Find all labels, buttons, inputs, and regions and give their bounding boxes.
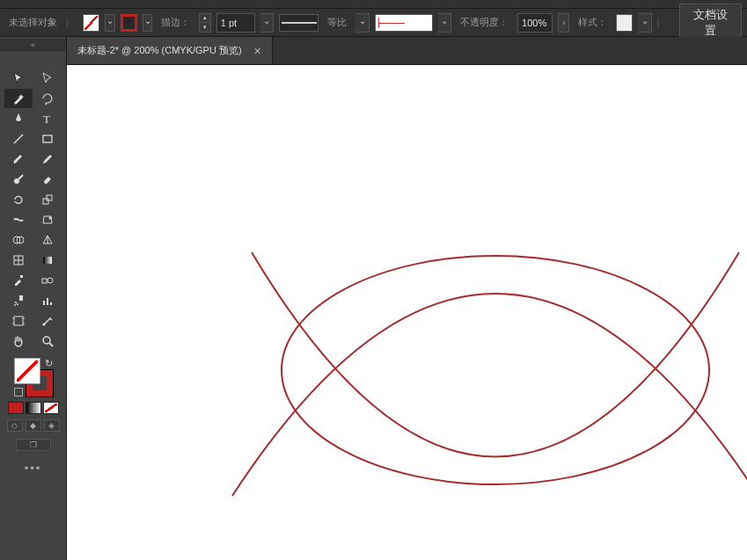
menu-bar (0, 0, 747, 9)
mesh-tool[interactable] (4, 251, 33, 270)
width-tool[interactable] (4, 210, 33, 229)
screen-mode-row: ❐ (16, 439, 51, 451)
color-mode-row (8, 402, 59, 414)
column-graph-tool[interactable] (33, 291, 62, 310)
fill-indicator[interactable] (14, 358, 40, 384)
svg-rect-6 (47, 195, 52, 200)
svg-rect-25 (14, 316, 23, 325)
draw-mode-row: ◇ ◆ ◈ (7, 419, 60, 432)
brush-dropdown[interactable] (438, 13, 451, 33)
scale-tool[interactable] (33, 190, 62, 209)
tools-panel: « T (0, 37, 67, 560)
eraser-tool[interactable] (33, 170, 62, 189)
style-label: 样式： (575, 16, 611, 29)
profile-dropdown[interactable] (355, 13, 369, 33)
selection-status: 未选择对象 (5, 16, 61, 29)
svg-point-7 (49, 217, 52, 220)
stroke-stepper[interactable]: ▴▾ (199, 13, 210, 33)
rotate-tool[interactable] (4, 190, 33, 209)
svg-line-2 (14, 135, 23, 143)
swap-fill-stroke-icon[interactable]: ↻ (45, 358, 53, 369)
blend-tool[interactable] (33, 271, 62, 290)
artwork (67, 65, 747, 560)
blob-brush-tool[interactable] (4, 170, 33, 189)
document-tab-title: 未标题-2* @ 200% (CMYK/GPU 预览) (77, 44, 242, 57)
slice-tool[interactable] (33, 311, 62, 331)
opacity-input[interactable] (517, 13, 553, 33)
draw-behind-icon[interactable]: ◆ (26, 419, 41, 432)
lasso-tool[interactable] (33, 89, 62, 108)
svg-rect-22 (43, 301, 45, 305)
svg-point-19 (15, 302, 17, 303)
free-transform-tool[interactable] (33, 210, 62, 229)
zoom-tool[interactable] (33, 331, 62, 351)
fill-stroke-indicator[interactable]: ↻ (14, 358, 53, 396)
svg-line-28 (49, 343, 53, 346)
color-mode-gradient[interactable] (26, 402, 41, 414)
svg-rect-3 (43, 135, 52, 142)
draw-inside-icon[interactable]: ◈ (44, 419, 60, 432)
gradient-tool[interactable] (33, 251, 62, 270)
paintbrush-tool[interactable] (4, 149, 33, 169)
stroke-label: 描边： (157, 16, 194, 29)
stroke-swatch-dropdown[interactable] (143, 14, 152, 32)
type-tool[interactable]: T (33, 109, 62, 128)
close-tab-icon[interactable]: × (254, 44, 261, 58)
magic-wand-tool[interactable] (4, 89, 33, 108)
stroke-weight-dropdown[interactable] (260, 13, 274, 33)
control-bar: 未选择对象 | 描边： ▴▾ 等比 不透明度： › 样式： | 文档设置 (0, 9, 747, 37)
arc-path-1 (252, 252, 739, 457)
graphic-style-swatch[interactable] (616, 14, 633, 32)
direct-selection-tool[interactable] (33, 69, 62, 88)
svg-rect-14 (43, 257, 52, 264)
stroke-weight-input[interactable] (216, 13, 255, 33)
svg-point-21 (14, 304, 16, 306)
ellipse-path (282, 256, 709, 484)
selection-tool[interactable] (4, 69, 33, 88)
color-mode-none[interactable] (43, 402, 59, 414)
svg-rect-16 (42, 279, 47, 283)
svg-rect-23 (47, 298, 48, 305)
fill-swatch[interactable] (83, 14, 99, 32)
stroke-swatch[interactable] (121, 14, 137, 32)
draw-normal-icon[interactable]: ◇ (7, 419, 23, 432)
shape-builder-tool[interactable] (4, 230, 33, 250)
svg-rect-24 (50, 302, 52, 305)
arc-path-2 (232, 294, 747, 496)
svg-rect-5 (43, 199, 48, 204)
svg-point-20 (17, 303, 18, 305)
document-tab[interactable]: 未标题-2* @ 200% (CMYK/GPU 预览) × (67, 37, 273, 64)
line-tool[interactable] (4, 129, 33, 149)
artboard-tool[interactable] (4, 311, 33, 331)
svg-point-17 (48, 278, 53, 283)
style-dropdown[interactable] (638, 13, 651, 33)
svg-point-26 (43, 324, 46, 326)
brush-definition[interactable] (375, 14, 433, 32)
eyedropper-tool[interactable] (4, 271, 33, 290)
opacity-slider-button[interactable]: › (558, 13, 569, 33)
tools-title (0, 51, 66, 67)
color-mode-color[interactable] (8, 402, 24, 414)
svg-text:T: T (43, 113, 50, 126)
screen-mode-icon[interactable]: ❐ (16, 439, 51, 451)
default-fill-stroke-icon[interactable] (14, 388, 23, 396)
profile-label: 等比 (324, 16, 350, 29)
tools-collapse-toggle[interactable]: « (0, 39, 66, 51)
svg-rect-18 (19, 295, 23, 301)
hand-tool[interactable] (4, 331, 33, 351)
canvas[interactable] (67, 65, 747, 560)
document-setup-button[interactable]: 文档设置 (679, 4, 742, 42)
svg-rect-15 (20, 275, 23, 278)
svg-point-27 (43, 337, 50, 344)
document-area: 未标题-2* @ 200% (CMYK/GPU 预览) × (67, 37, 747, 560)
rectangle-tool[interactable] (33, 129, 62, 149)
fill-swatch-dropdown[interactable] (105, 14, 114, 32)
stroke-profile[interactable] (279, 14, 319, 32)
pen-tool[interactable] (4, 109, 33, 128)
svg-point-0 (18, 121, 19, 123)
edit-toolbar-button[interactable]: ••• (25, 462, 42, 475)
pencil-tool[interactable] (33, 149, 62, 169)
perspective-tool[interactable] (33, 230, 62, 250)
opacity-label: 不透明度： (457, 16, 512, 29)
symbol-sprayer-tool[interactable] (4, 291, 33, 310)
